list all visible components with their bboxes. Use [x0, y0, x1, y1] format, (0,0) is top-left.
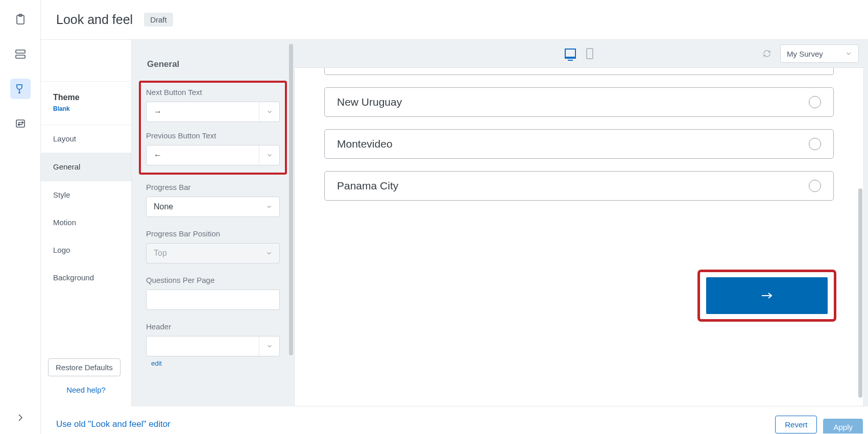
sidebar-item-style[interactable]: Style	[41, 181, 131, 209]
survey-selector[interactable]: My Survey	[780, 44, 859, 63]
restore-defaults-button[interactable]: Restore Defaults	[48, 358, 120, 376]
radio-circle-icon	[809, 180, 821, 192]
radio-circle-icon	[809, 96, 821, 108]
next-button-highlight	[700, 272, 834, 319]
next-button-text-label: Next Button Text	[146, 88, 280, 97]
header-select[interactable]	[146, 336, 280, 356]
page-title: Look and feel	[56, 12, 133, 27]
chevron-down-icon	[259, 102, 279, 122]
mobile-icon[interactable]	[586, 48, 593, 59]
rail-options-icon[interactable]	[10, 113, 31, 134]
survey-next-button[interactable]	[706, 277, 828, 314]
chevron-down-icon	[259, 146, 279, 165]
page-header: Look and feel Draft	[41, 0, 868, 40]
chevron-down-icon	[259, 244, 279, 263]
radio-circle-icon	[809, 138, 821, 150]
header-label: Header	[146, 322, 280, 331]
svg-rect-3	[16, 55, 25, 58]
theme-name: Blank	[53, 105, 119, 112]
button-text-highlight: Next Button Text → Previous Button Text …	[140, 82, 286, 174]
progress-bar-select[interactable]: None	[146, 197, 280, 217]
settings-heading: General	[146, 40, 280, 82]
radio-option[interactable]: New Uruguay	[324, 87, 834, 117]
progress-bar-label: Progress Bar	[146, 183, 280, 191]
rail-look-and-feel-icon[interactable]	[10, 79, 31, 99]
sidebar-item-general[interactable]: General	[41, 153, 131, 181]
svg-rect-4	[16, 120, 25, 127]
section-nav-list: Layout General Style Motion Logo Backgro…	[41, 125, 131, 292]
revert-button[interactable]: Revert	[775, 416, 817, 433]
radio-option[interactable]: Montevideo	[324, 129, 834, 159]
theme-box[interactable]: Theme Blank	[41, 82, 131, 125]
settings-panel: General Next Button Text → Previous Butt…	[132, 40, 294, 406]
left-icon-rail	[0, 0, 41, 434]
theme-label: Theme	[53, 93, 119, 102]
apply-button[interactable]: Apply	[823, 419, 863, 433]
svg-rect-2	[16, 50, 25, 53]
rail-layout-icon[interactable]	[10, 44, 31, 64]
rail-expand-icon[interactable]	[10, 407, 31, 428]
arrow-right-icon	[761, 292, 773, 300]
sidebar-item-motion[interactable]: Motion	[41, 209, 131, 236]
chevron-down-icon	[259, 336, 279, 356]
svg-point-5	[21, 122, 23, 124]
desktop-icon[interactable]	[565, 49, 576, 59]
radio-option[interactable]: Panama City	[324, 171, 834, 201]
refresh-icon[interactable]	[763, 50, 771, 58]
device-toggle	[565, 48, 593, 59]
preview-canvas: New Uruguay Montevideo Panama City	[294, 67, 864, 406]
questions-per-page-label: Questions Per Page	[146, 276, 280, 284]
questions-per-page-input[interactable]	[146, 290, 280, 310]
preview-scrollbar[interactable]	[858, 188, 862, 398]
section-sidebar: Theme Blank Layout General Style Motion …	[41, 40, 132, 406]
chevron-down-icon	[259, 197, 279, 216]
status-badge: Draft	[144, 13, 173, 27]
progress-bar-position-select[interactable]: Top	[146, 243, 280, 263]
sidebar-item-logo[interactable]: Logo	[41, 236, 131, 264]
use-old-editor-link[interactable]: Use old "Look and feel" editor	[56, 419, 171, 429]
settings-scrollbar[interactable]	[289, 44, 293, 355]
rail-survey-icon[interactable]	[10, 9, 31, 30]
radio-option-cut[interactable]	[324, 68, 834, 75]
preview-toolbar: My Survey	[294, 40, 864, 67]
next-button-text-select[interactable]: →	[146, 102, 280, 122]
sidebar-item-background[interactable]: Background	[41, 264, 131, 292]
progress-bar-position-label: Progress Bar Position	[146, 229, 280, 238]
chevron-down-icon	[845, 50, 852, 57]
previous-button-text-select[interactable]: ←	[146, 145, 280, 165]
header-edit-link[interactable]: edit	[146, 356, 162, 367]
footer: Use old "Look and feel" editor Revert Ap…	[41, 403, 868, 434]
need-help-link[interactable]: Need help?	[41, 376, 131, 406]
preview-column: My Survey New Uruguay Montevideo	[294, 40, 868, 406]
sidebar-item-layout[interactable]: Layout	[41, 125, 131, 153]
previous-button-text-label: Previous Button Text	[146, 131, 280, 140]
